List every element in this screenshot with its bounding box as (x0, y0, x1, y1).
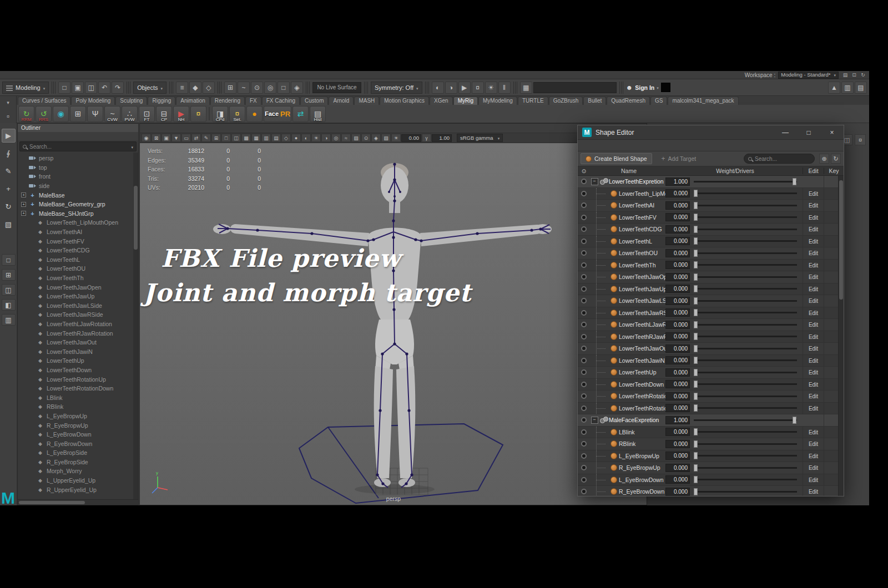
create-blend-shape-button[interactable]: Create Blend Shape (581, 153, 652, 164)
driver-toggle[interactable] (578, 429, 590, 435)
make-live-icon[interactable]: ◈ (291, 82, 303, 94)
shape-editor-row[interactable]: LowerTeethExpretion 1.000 Edit (578, 176, 844, 188)
driver-toggle[interactable] (578, 298, 590, 303)
undo-icon[interactable]: ↶ (98, 82, 110, 94)
weight-slider[interactable] (691, 236, 803, 247)
scale-tool-icon[interactable]: ▧ (2, 217, 16, 231)
exposure-icon[interactable]: ☀ (391, 134, 401, 142)
edit-button[interactable]: Edit (803, 224, 824, 235)
shape-editor-row[interactable]: LowerTeethJawiN 0.000 Edit (578, 355, 844, 367)
attribute-editor-icon[interactable]: ▤ (855, 82, 867, 94)
shape-editor-row[interactable]: LowerTeethTh 0.000 Edit (578, 260, 844, 272)
weight-field[interactable]: 0.000 (665, 213, 691, 221)
select-hierarchy-icon[interactable]: ≡ (176, 82, 188, 94)
weight-slider[interactable] (691, 427, 803, 438)
viewport-canvas[interactable]: y Verts: 18812 0 0 Edges: 35349 0 0 Face… (140, 143, 647, 505)
driver-toggle[interactable] (578, 358, 590, 363)
driver-toggle[interactable] (578, 346, 590, 351)
weight-slider[interactable] (691, 307, 803, 319)
outliner-item[interactable]: LowerTeethL (18, 255, 138, 265)
weight-slider[interactable] (691, 343, 803, 354)
outliner-item[interactable]: MaleBase_SHJntGrp (18, 209, 138, 219)
column-key[interactable]: Key (824, 168, 844, 174)
tool-settings-icon[interactable]: ¤ (855, 134, 866, 145)
outliner-item[interactable]: LowerTeeth_LipMouthOpen (18, 218, 138, 227)
render-icon[interactable]: ◐ (432, 82, 444, 94)
weight-slider[interactable] (691, 200, 803, 211)
outliner-item[interactable]: LowerTeethJawOpen (18, 282, 138, 292)
bookmarks-icon[interactable]: ▼ (171, 134, 181, 142)
shelf-item[interactable]: Face PR (264, 106, 291, 122)
shape-editor-row[interactable]: R_EyeBrowDown 0.000 Edit (578, 486, 844, 496)
menu-set-dropdown[interactable]: Modeling (2, 82, 49, 94)
shape-editor-row[interactable]: LowerTeethJawOpen 0.000 Edit (578, 271, 844, 283)
shelf-tab[interactable]: Bullet (583, 97, 606, 105)
outliner-item[interactable]: LowerTeethRJawRotation (18, 328, 138, 338)
shape-editor-row[interactable]: LowerTeethRotationUp 0.000 Edit (578, 391, 844, 403)
edit-button[interactable]: Edit (803, 391, 824, 402)
weight-slider-handle[interactable] (694, 345, 698, 352)
snap-to-projected-center-icon[interactable]: ◎ (264, 82, 276, 94)
select-object-icon[interactable]: ◆ (189, 82, 201, 94)
character-model[interactable]: y (140, 143, 647, 505)
weight-slider-handle[interactable] (694, 404, 698, 412)
edit-button[interactable]: Edit (803, 283, 824, 295)
gamma-icon[interactable]: γ (422, 134, 431, 142)
weight-slider-handle[interactable] (694, 476, 698, 483)
snap-to-grid-icon[interactable]: ⊞ (224, 82, 236, 94)
weight-field[interactable]: 0.000 (665, 440, 691, 448)
shelf-tab[interactable]: FX Caching (262, 97, 300, 105)
shelf-gear-icon[interactable]: ¤ (4, 113, 12, 120)
edit-button[interactable]: Edit (803, 427, 824, 438)
select-camera-icon[interactable]: ◉ (142, 134, 151, 142)
depth-of-field-icon[interactable]: ⊙ (361, 134, 371, 142)
isolate-select-icon[interactable]: ◈ (371, 134, 381, 142)
field-chart-icon[interactable]: ▦ (251, 134, 261, 142)
shelf-item[interactable]: ▶ NH (173, 106, 189, 122)
shelf-item[interactable]: ⇄ (292, 106, 309, 122)
shelf-tab[interactable]: Rigging (148, 97, 175, 105)
outliner-item[interactable]: R_EyeBropwUp (18, 420, 138, 430)
weight-slider-handle[interactable] (694, 297, 698, 305)
outliner-item[interactable]: L_EyeBropwUp (18, 412, 138, 421)
column-name[interactable]: Name (590, 168, 668, 174)
weight-field[interactable]: 0.000 (665, 189, 691, 197)
weight-field[interactable]: 0.000 (665, 356, 691, 364)
outliner-item[interactable]: LowerTeethRotationUp (18, 374, 138, 384)
weight-slider[interactable] (691, 474, 803, 486)
anti-alias-icon[interactable]: ▨ (351, 134, 361, 142)
minimize-icon[interactable]: — (774, 125, 797, 139)
edit-button[interactable]: Edit (803, 307, 824, 319)
outliner-search-input[interactable]: Search... (19, 141, 137, 151)
weight-slider[interactable] (691, 260, 803, 271)
shape-editor-row[interactable]: LowerTeethRJawRotation 0.000 Edit (578, 331, 844, 343)
weight-field[interactable]: 0.000 (665, 344, 691, 353)
weight-slider[interactable] (691, 271, 803, 283)
shape-editor-row[interactable]: L_EyeBropwUp 0.000 Edit (578, 450, 844, 463)
quick-selection-field[interactable] (533, 82, 617, 93)
outliner-item[interactable]: R_UpperEyelid_Up (18, 485, 138, 494)
outliner-persp-layout-icon[interactable]: ▥ (2, 314, 16, 326)
weight-slider[interactable] (691, 367, 803, 378)
driver-toggle[interactable] (578, 334, 590, 339)
weight-field[interactable]: 0.000 (665, 308, 691, 317)
weight-field[interactable]: 0.000 (665, 428, 691, 436)
shape-editor-row[interactable]: LowerTeeth_LipMouthOpen 0.000 Edit (578, 188, 844, 200)
outliner-hscrollbar[interactable] (18, 499, 138, 505)
shape-editor-row[interactable]: R_EyeBropwUp 0.000 Edit (578, 462, 844, 474)
resolution-gate-icon[interactable]: ◫ (231, 134, 241, 142)
shelf-item[interactable]: ~ CVW (104, 106, 120, 122)
driver-toggle[interactable] (578, 286, 590, 292)
outliner-item[interactable]: LowerTeethLJawRotation (18, 320, 138, 329)
toolbar-grip[interactable] (513, 82, 517, 94)
shelf-tab[interactable]: QuadRemesh (607, 97, 650, 105)
shape-editor-search-input[interactable]: Search... (744, 154, 815, 164)
paint-select-tool-icon[interactable]: ✎ (2, 164, 16, 178)
lock-workspace-icon[interactable]: ⊡ (850, 72, 858, 79)
outliner-item[interactable]: LowerTeethOU (18, 264, 138, 273)
exposure-field[interactable]: 0.00 (401, 134, 421, 142)
weight-slider[interactable] (691, 176, 803, 187)
three-pane-split-layout-icon[interactable]: ◫ (2, 284, 16, 296)
two-pane-layout-icon[interactable]: ◧ (2, 299, 16, 311)
toolbar-grip[interactable] (364, 82, 368, 94)
